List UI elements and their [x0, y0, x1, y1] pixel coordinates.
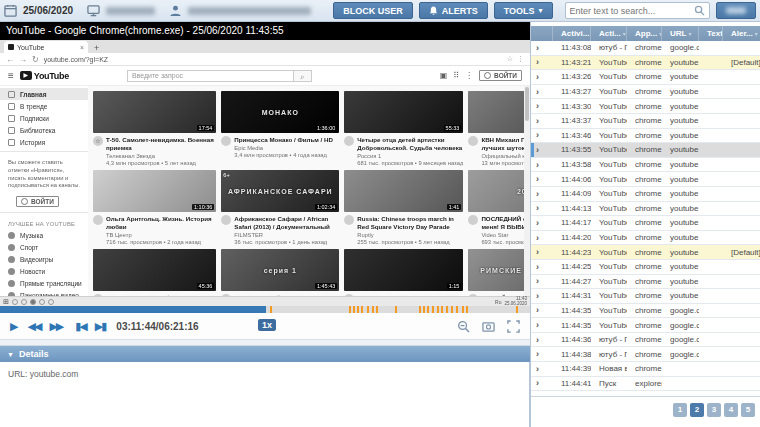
- alert-marker[interactable]: [437, 306, 439, 313]
- date-field[interactable]: 25/06/2020: [23, 5, 73, 16]
- expand-arrow-icon[interactable]: ›: [531, 262, 553, 272]
- table-row[interactable]: › 11:44:25 ... YouTube... chrome... yout…: [531, 260, 760, 275]
- table-row[interactable]: › 11:43:37 ... YouTube... chrome... yout…: [531, 114, 760, 129]
- table-row[interactable]: › 11:43:55 ... YouTube... chrome... yout…: [531, 143, 760, 158]
- expand-arrow-icon[interactable]: ›: [531, 233, 553, 243]
- alert-marker[interactable]: [456, 306, 458, 313]
- table-row[interactable]: › 11:44:36 ... ютуб - П... chrome... goo…: [531, 333, 760, 348]
- expand-arrow-icon[interactable]: ›: [531, 276, 553, 286]
- expand-arrow-icon[interactable]: ›: [531, 364, 553, 374]
- table-row[interactable]: › 11:44:27 ... YouTube... chrome... yout…: [531, 275, 760, 290]
- alert-marker[interactable]: [446, 306, 448, 313]
- search-box[interactable]: [565, 2, 710, 19]
- column-header[interactable]: Text...▾: [699, 26, 723, 41]
- page-button[interactable]: 3: [707, 403, 721, 417]
- page-button[interactable]: 4: [724, 403, 738, 417]
- page-button[interactable]: 5: [741, 403, 755, 417]
- alert-marker[interactable]: [466, 306, 468, 313]
- fullscreen-icon[interactable]: [507, 320, 520, 333]
- alert-marker[interactable]: [516, 306, 518, 313]
- tools-button[interactable]: TOOLS▾: [494, 2, 553, 19]
- step-back-button[interactable]: ▮◀: [75, 321, 86, 332]
- column-header[interactable]: App...▾: [627, 26, 662, 41]
- blurred-action-button[interactable]: [716, 2, 756, 19]
- expand-arrow-icon[interactable]: ›: [531, 72, 553, 82]
- table-row[interactable]: › 11:43:30 ... YouTube... chrome... yout…: [531, 99, 760, 114]
- table-row[interactable]: › 11:43:26 ... YouTube... chrome... yout…: [531, 70, 760, 85]
- table-row[interactable]: › 11:44:13 ... YouTube... chrome... yout…: [531, 202, 760, 217]
- snapshot-icon[interactable]: [482, 320, 495, 333]
- alert-marker[interactable]: [372, 306, 374, 313]
- table-row[interactable]: › 11:44:20 ... YouTube... chrome... yout…: [531, 231, 760, 246]
- table-row[interactable]: › 11:44:35 ... YouTube... chrome... goog…: [531, 304, 760, 319]
- column-header[interactable]: Aler...▾: [723, 26, 760, 41]
- step-forward-button[interactable]: ▶▮: [95, 321, 106, 332]
- expand-arrow-icon[interactable]: ›: [531, 218, 553, 228]
- alert-marker[interactable]: [451, 306, 453, 313]
- alert-marker[interactable]: [361, 306, 363, 313]
- alert-marker[interactable]: [441, 306, 443, 313]
- expand-arrow-icon[interactable]: ›: [531, 305, 553, 315]
- rewind-button[interactable]: ◀◀: [27, 321, 40, 332]
- expand-arrow-icon[interactable]: ›: [531, 87, 553, 97]
- table-row[interactable]: › 11:43:21 ... YouTube... chrome... yout…: [531, 56, 760, 71]
- table-row[interactable]: › 11:43:58 ... YouTube... chrome... yout…: [531, 158, 760, 173]
- expand-arrow-icon[interactable]: ›: [531, 320, 553, 330]
- alerts-button[interactable]: ALERTS: [419, 2, 488, 19]
- expand-arrow-icon[interactable]: ›: [531, 378, 553, 388]
- alert-marker[interactable]: [419, 306, 421, 313]
- redacted-computer-name[interactable]: [106, 7, 154, 15]
- zoom-out-icon[interactable]: [457, 320, 470, 333]
- alert-marker[interactable]: [353, 306, 355, 313]
- table-row[interactable]: › 11:43:46 ... YouTube... chrome... yout…: [531, 129, 760, 144]
- expand-arrow-icon[interactable]: ›: [531, 349, 553, 359]
- alert-marker[interactable]: [423, 306, 425, 313]
- alert-marker[interactable]: [462, 306, 464, 313]
- table-row[interactable]: › 11:44:41 ... Пуск explorer...: [531, 377, 760, 392]
- expand-arrow-icon[interactable]: ›: [531, 203, 553, 213]
- table-row[interactable]: › 11:44:38 ... ютуб - П... chrome... goo…: [531, 347, 760, 362]
- table-row[interactable]: › 11:44:06 ... YouTube... chrome... yout…: [531, 172, 760, 187]
- play-button[interactable]: ▶: [10, 321, 18, 332]
- expand-arrow-icon[interactable]: ›: [531, 116, 553, 126]
- table-row[interactable]: › 11:43:27 ... YouTube... chrome... yout…: [531, 85, 760, 100]
- expand-arrow-icon[interactable]: ›: [531, 43, 553, 53]
- page-button[interactable]: 1: [673, 403, 687, 417]
- speed-button[interactable]: 1x: [258, 319, 276, 331]
- table-row[interactable]: › 11:44:31 ... YouTube... chrome... yout…: [531, 289, 760, 304]
- table-row[interactable]: › 11:44:09 ... YouTube... chrome... yout…: [531, 187, 760, 202]
- search-icon[interactable]: [694, 5, 705, 16]
- search-input[interactable]: [570, 6, 690, 16]
- column-header[interactable]: Activi...▾: [553, 26, 591, 41]
- fast-forward-button[interactable]: ▶▶: [49, 321, 62, 332]
- expand-arrow-icon[interactable]: ›: [531, 145, 553, 155]
- column-header[interactable]: URL▾: [662, 26, 699, 41]
- expand-arrow-icon[interactable]: ›: [531, 130, 553, 140]
- expand-arrow-icon[interactable]: ›: [531, 189, 553, 199]
- column-header[interactable]: Acti...▾: [591, 26, 627, 41]
- alert-marker[interactable]: [349, 306, 351, 313]
- expand-arrow-icon[interactable]: ›: [531, 291, 553, 301]
- block-user-button[interactable]: BLOCK USER: [333, 2, 413, 19]
- expand-arrow-icon[interactable]: ›: [531, 160, 553, 170]
- redacted-user-name[interactable]: [188, 7, 312, 15]
- table-row[interactable]: › 11:43:08 ... ютуб - П... chrome... goo…: [531, 41, 760, 56]
- alert-marker[interactable]: [427, 306, 429, 313]
- table-row[interactable]: › 11:44:17 ... YouTube... chrome... yout…: [531, 216, 760, 231]
- expand-arrow-icon[interactable]: ›: [531, 57, 553, 67]
- expand-arrow-icon[interactable]: ›: [531, 174, 553, 184]
- table-row[interactable]: › 11:44:35 ... YouTube... chrome... goog…: [531, 318, 760, 333]
- alert-marker[interactable]: [376, 306, 378, 313]
- table-row[interactable]: › 11:44:23 ... YouTube... chrome... yout…: [531, 245, 760, 260]
- alert-marker[interactable]: [432, 306, 434, 313]
- playback-timeline[interactable]: [0, 306, 530, 313]
- alert-marker[interactable]: [395, 306, 397, 313]
- expand-arrow-icon[interactable]: ›: [531, 335, 553, 345]
- alert-marker[interactable]: [357, 306, 359, 313]
- expand-arrow-icon[interactable]: ›: [531, 247, 553, 257]
- page-button[interactable]: 2: [690, 403, 704, 417]
- expand-arrow-icon[interactable]: ›: [531, 101, 553, 111]
- alert-marker[interactable]: [367, 306, 369, 313]
- details-header[interactable]: ▼ Details: [0, 346, 530, 362]
- alert-marker[interactable]: [270, 306, 272, 313]
